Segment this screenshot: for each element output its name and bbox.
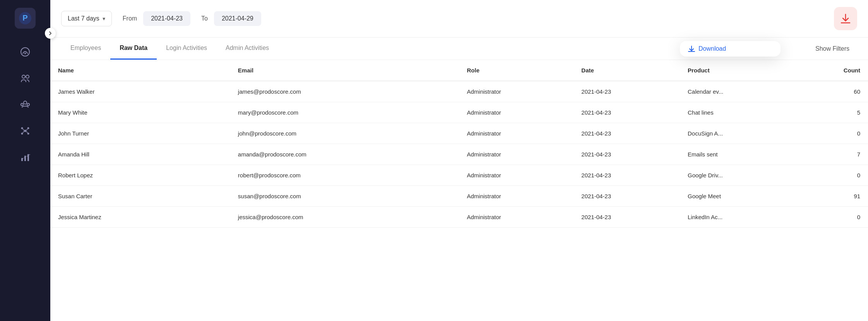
- logo-icon: P: [18, 11, 32, 25]
- cell-email: susan@prodoscore.com: [230, 186, 459, 207]
- svg-point-7: [21, 103, 23, 106]
- raw-data-table: Name Email Role Date Product Count James…: [50, 60, 868, 228]
- cell-name: Susan Carter: [50, 186, 230, 207]
- cell-role: Administrator: [459, 165, 574, 186]
- tab-employees[interactable]: Employees: [61, 38, 110, 60]
- cell-count: 7: [794, 144, 868, 165]
- cell-count: 0: [794, 165, 868, 186]
- cell-name: Robert Lopez: [50, 165, 230, 186]
- cell-count: 0: [794, 207, 868, 228]
- svg-point-4: [22, 75, 25, 78]
- group-icon: [20, 99, 31, 110]
- sidebar-item-employees[interactable]: [12, 67, 39, 90]
- col-header-name: Name: [50, 60, 230, 81]
- to-date[interactable]: 2021-04-29: [214, 11, 261, 26]
- sidebar-navigation: [0, 40, 50, 169]
- show-filters-button[interactable]: Show Filters: [808, 41, 857, 56]
- cell-name: Jessica Martinez: [50, 207, 230, 228]
- cell-name: John Turner: [50, 123, 230, 144]
- download-label: Download: [699, 45, 726, 52]
- svg-point-12: [21, 133, 23, 135]
- svg-line-17: [26, 131, 27, 133]
- svg-point-8: [27, 103, 29, 106]
- col-header-role: Role: [459, 60, 574, 81]
- cell-count: 0: [794, 123, 868, 144]
- sidebar-item-reports[interactable]: [12, 146, 39, 169]
- download-icon: [840, 13, 851, 24]
- download-icon-button[interactable]: [834, 7, 857, 30]
- cell-product: DocuSign A...: [680, 123, 794, 144]
- tab-admin-activities[interactable]: Admin Activities: [216, 38, 278, 60]
- date-range-label: Last 7 days: [68, 15, 99, 22]
- tab-raw-data[interactable]: Raw Data: [110, 38, 157, 60]
- cell-email: robert@prodoscore.com: [230, 165, 459, 186]
- cell-product: Google Driv...: [680, 165, 794, 186]
- cell-email: john@prodoscore.com: [230, 123, 459, 144]
- svg-line-14: [23, 129, 24, 130]
- cell-date: 2021-04-23: [574, 186, 680, 207]
- cell-role: Administrator: [459, 123, 574, 144]
- table-row[interactable]: Robert Lopez robert@prodoscore.com Admin…: [50, 165, 868, 186]
- chevron-down-icon: ▾: [103, 15, 105, 22]
- svg-point-3: [24, 53, 26, 54]
- chart-icon: [20, 152, 31, 163]
- cell-date: 2021-04-23: [574, 102, 680, 123]
- svg-text:P: P: [22, 14, 27, 22]
- sidebar-logo[interactable]: P: [15, 8, 36, 29]
- download-button[interactable]: Download: [680, 41, 734, 57]
- table-body: James Walker james@prodoscore.com Admini…: [50, 81, 868, 228]
- cell-email: jessica@prodoscore.com: [230, 207, 459, 228]
- table-row[interactable]: James Walker james@prodoscore.com Admini…: [50, 81, 868, 102]
- col-header-count: Count: [794, 60, 868, 81]
- cell-count: 60: [794, 81, 868, 102]
- sidebar-item-network[interactable]: [12, 119, 39, 142]
- main-content: Last 7 days ▾ From 2021-04-23 To 2021-04…: [50, 0, 868, 321]
- cell-email: amanda@prodoscore.com: [230, 144, 459, 165]
- sidebar-toggle[interactable]: [45, 28, 56, 39]
- sidebar-item-teams[interactable]: [12, 93, 39, 116]
- cell-name: James Walker: [50, 81, 230, 102]
- table-row[interactable]: Amanda Hill amanda@prodoscore.com Admini…: [50, 144, 868, 165]
- table-row[interactable]: Mary White mary@prodoscore.com Administr…: [50, 102, 868, 123]
- cell-product: Chat lines: [680, 102, 794, 123]
- col-header-product: Product: [680, 60, 794, 81]
- table-row[interactable]: Susan Carter susan@prodoscore.com Admini…: [50, 186, 868, 207]
- cell-product: Google Meet: [680, 186, 794, 207]
- cell-date: 2021-04-23: [574, 165, 680, 186]
- cell-name: Mary White: [50, 102, 230, 123]
- cell-email: james@prodoscore.com: [230, 81, 459, 102]
- svg-rect-19: [24, 156, 26, 161]
- cell-email: mary@prodoscore.com: [230, 102, 459, 123]
- svg-point-13: [27, 133, 29, 135]
- col-header-date: Date: [574, 60, 680, 81]
- tab-login-activities[interactable]: Login Activities: [157, 38, 216, 60]
- cell-product: LinkedIn Ac...: [680, 207, 794, 228]
- network-icon: [20, 125, 31, 136]
- svg-point-9: [24, 130, 26, 132]
- cell-date: 2021-04-23: [574, 207, 680, 228]
- cell-name: Amanda Hill: [50, 144, 230, 165]
- svg-point-6: [24, 101, 27, 104]
- sidebar-item-dashboard[interactable]: [12, 40, 39, 64]
- table-header-row: Name Email Role Date Product Count: [50, 60, 868, 81]
- from-date[interactable]: 2021-04-23: [143, 11, 190, 26]
- cell-count: 5: [794, 102, 868, 123]
- cell-role: Administrator: [459, 207, 574, 228]
- cell-date: 2021-04-23: [574, 144, 680, 165]
- to-label: To: [201, 15, 208, 22]
- table-row[interactable]: Jessica Martinez jessica@prodoscore.com …: [50, 207, 868, 228]
- gauge-icon: [20, 46, 31, 57]
- sidebar: P: [0, 0, 50, 321]
- from-label: From: [123, 15, 137, 22]
- download-dropdown: Download: [680, 41, 781, 57]
- data-table-container: Name Email Role Date Product Count James…: [50, 60, 868, 321]
- topbar: Last 7 days ▾ From 2021-04-23 To 2021-04…: [50, 0, 868, 38]
- people-icon: [20, 73, 31, 84]
- chevron-right-icon: [48, 31, 53, 36]
- table-row[interactable]: John Turner john@prodoscore.com Administ…: [50, 123, 868, 144]
- date-range-selector[interactable]: Last 7 days ▾: [61, 11, 112, 26]
- cell-date: 2021-04-23: [574, 81, 680, 102]
- cell-role: Administrator: [459, 102, 574, 123]
- cell-product: Calendar ev...: [680, 81, 794, 102]
- col-header-email: Email: [230, 60, 459, 81]
